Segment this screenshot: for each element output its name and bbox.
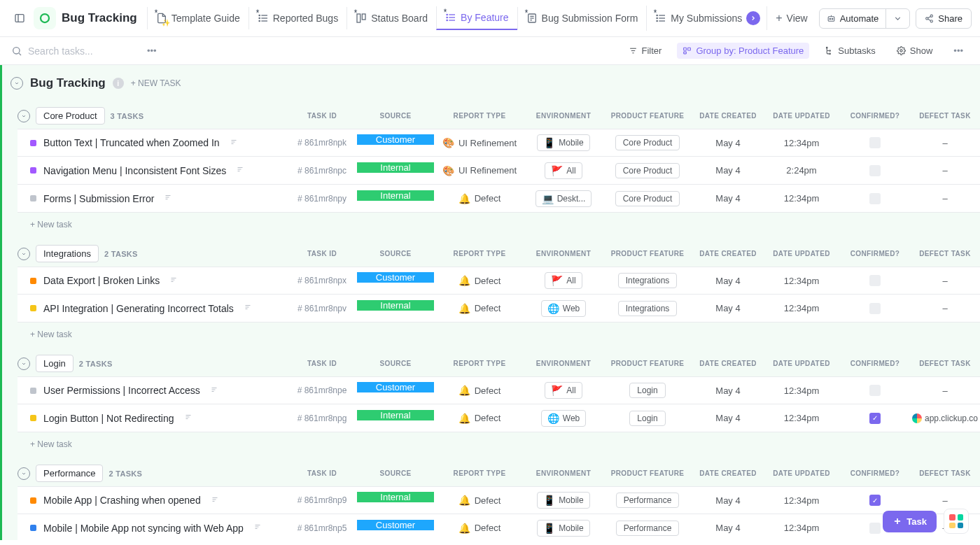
- collapse-all-button[interactable]: [10, 77, 23, 90]
- source-cell[interactable]: Customer: [357, 134, 434, 145]
- col-environment[interactable]: ENVIRONMENT: [525, 250, 602, 257]
- tab-reported-bugs[interactable]: Reported Bugs: [248, 7, 346, 29]
- subtask-icon[interactable]: [164, 193, 172, 204]
- col-defect-task[interactable]: DEFECT TASK: [910, 112, 980, 120]
- source-cell[interactable]: Internal: [357, 492, 434, 502]
- add-view-button[interactable]: + View: [766, 6, 816, 30]
- source-cell[interactable]: Internal: [357, 410, 434, 420]
- col-report-type[interactable]: REPORT TYPE: [434, 250, 525, 257]
- col-defect-task[interactable]: DEFECT TASK: [910, 250, 980, 257]
- subtask-icon[interactable]: [230, 138, 238, 148]
- col-environment[interactable]: ENVIRONMENT: [525, 469, 602, 477]
- tab-bug-submission-form[interactable]: Bug Submission Form: [517, 7, 647, 29]
- task-name-cell[interactable]: Data Export | Broken Links: [18, 269, 287, 292]
- group-name[interactable]: Integrations: [36, 245, 99, 262]
- col-defect-task[interactable]: DEFECT TASK: [910, 469, 980, 477]
- task-name-cell[interactable]: API Integration | Generating Incorrect T…: [18, 297, 287, 320]
- subtask-icon[interactable]: [184, 413, 192, 423]
- new-task-top-button[interactable]: + NEW TASK: [131, 78, 181, 88]
- col-report-type[interactable]: REPORT TYPE: [434, 469, 525, 477]
- tab-status-board[interactable]: Status Board: [346, 7, 436, 29]
- group-collapse-button[interactable]: [18, 467, 30, 480]
- subtask-icon[interactable]: [236, 165, 244, 176]
- col-environment[interactable]: ENVIRONMENT: [525, 360, 602, 367]
- col-task-id[interactable]: TASK ID: [287, 360, 357, 367]
- tab-my-submissions[interactable]: My Submissions: [646, 6, 764, 31]
- col-report-type[interactable]: REPORT TYPE: [434, 112, 525, 120]
- confirmed-checkbox[interactable]: [869, 275, 881, 286]
- col-environment[interactable]: ENVIRONMENT: [525, 112, 602, 120]
- confirmed-checkbox[interactable]: [869, 385, 881, 396]
- task-name-cell[interactable]: Mobile | Mobile App not syncing with Web…: [18, 517, 287, 539]
- source-cell[interactable]: Customer: [357, 272, 434, 283]
- tab-template-guide[interactable]: ✨Template Guide: [147, 7, 248, 29]
- automate-dropdown[interactable]: [886, 9, 909, 28]
- source-cell[interactable]: Internal: [357, 190, 434, 201]
- col-date-updated[interactable]: DATE UPDATED: [763, 250, 840, 257]
- task-row[interactable]: Data Export | Broken Links # 861mr8npx C…: [18, 267, 980, 295]
- col-product-feature[interactable]: PRODUCT FEATURE: [602, 469, 693, 477]
- feature-cell[interactable]: Performance: [602, 520, 693, 537]
- source-cell[interactable]: Internal: [357, 162, 434, 173]
- task-row[interactable]: User Permissions | Incorrect Access # 86…: [18, 376, 980, 404]
- task-row[interactable]: Navigation Menu | Inconsistent Font Size…: [18, 157, 980, 185]
- feature-cell[interactable]: Login: [602, 410, 693, 427]
- feature-cell[interactable]: Integrations: [602, 300, 693, 317]
- col-source[interactable]: SOURCE: [357, 250, 434, 257]
- col-date-created[interactable]: DATE CREATED: [693, 112, 763, 120]
- col-source[interactable]: SOURCE: [357, 360, 434, 367]
- report-type-cell[interactable]: 🔔Defect: [434, 492, 525, 509]
- automate-button[interactable]: Automate: [819, 8, 911, 29]
- info-icon[interactable]: i: [113, 78, 124, 89]
- report-type-cell[interactable]: 🔔Defect: [434, 382, 525, 399]
- group-name[interactable]: Login: [36, 355, 74, 372]
- col-confirmed[interactable]: CONFIRMED?: [840, 250, 910, 257]
- col-confirmed[interactable]: CONFIRMED?: [840, 360, 910, 367]
- task-name-cell[interactable]: Login Button | Not Redirecting: [18, 407, 287, 430]
- sidebar-toggle-button[interactable]: [8, 7, 31, 29]
- task-row[interactable]: Button Text | Truncated when Zoomed In #…: [18, 129, 980, 157]
- col-source[interactable]: SOURCE: [357, 469, 434, 477]
- task-name-cell[interactable]: Mobile App | Crashing when opened: [18, 489, 287, 511]
- share-button[interactable]: Share: [916, 8, 972, 29]
- toolbar-more-button[interactable]: •••: [948, 43, 969, 59]
- tab-next-icon[interactable]: [746, 11, 760, 25]
- col-date-updated[interactable]: DATE UPDATED: [763, 112, 840, 120]
- new-task-inline-button[interactable]: + New task: [18, 432, 292, 455]
- show-button[interactable]: Show: [891, 43, 939, 59]
- feature-cell[interactable]: Core Product: [602, 190, 693, 207]
- feature-cell[interactable]: Core Product: [602, 162, 693, 179]
- task-name-cell[interactable]: Button Text | Truncated when Zoomed In: [18, 132, 287, 154]
- new-task-inline-button[interactable]: + New task: [18, 213, 292, 235]
- fab-task-button[interactable]: Task: [883, 511, 937, 532]
- task-name-cell[interactable]: Navigation Menu | Inconsistent Font Size…: [18, 160, 287, 182]
- environment-cell[interactable]: 📱Mobile: [525, 492, 602, 509]
- report-type-cell[interactable]: 🔔Defect: [434, 410, 525, 427]
- task-name-cell[interactable]: User Permissions | Incorrect Access: [18, 379, 287, 402]
- group-collapse-button[interactable]: [18, 358, 30, 370]
- source-cell[interactable]: Internal: [357, 300, 434, 311]
- environment-cell[interactable]: 📱Mobile: [525, 134, 602, 151]
- col-product-feature[interactable]: PRODUCT FEATURE: [602, 250, 693, 257]
- task-row[interactable]: Mobile App | Crashing when opened # 861m…: [18, 486, 980, 514]
- col-product-feature[interactable]: PRODUCT FEATURE: [602, 112, 693, 120]
- search-more-button[interactable]: •••: [141, 43, 162, 59]
- col-confirmed[interactable]: CONFIRMED?: [840, 469, 910, 477]
- report-type-cell[interactable]: 🎨UI Refinement: [434, 134, 525, 151]
- environment-cell[interactable]: 🌐Web: [525, 300, 602, 317]
- group-collapse-button[interactable]: [18, 110, 30, 122]
- col-date-updated[interactable]: DATE UPDATED: [763, 469, 840, 477]
- fab-apps-button[interactable]: [944, 509, 969, 534]
- col-report-type[interactable]: REPORT TYPE: [434, 360, 525, 367]
- subtask-icon[interactable]: [244, 303, 252, 313]
- col-date-updated[interactable]: DATE UPDATED: [763, 360, 840, 367]
- filter-button[interactable]: Filter: [623, 43, 668, 59]
- subtasks-button[interactable]: Subtasks: [819, 43, 881, 59]
- defect-task-link[interactable]: app.clickup.co: [912, 413, 978, 423]
- feature-cell[interactable]: Integrations: [602, 272, 693, 289]
- subtask-icon[interactable]: [169, 276, 178, 286]
- feature-cell[interactable]: Login: [602, 382, 693, 399]
- report-type-cell[interactable]: 🔔Defect: [434, 272, 525, 289]
- col-date-created[interactable]: DATE CREATED: [693, 469, 763, 477]
- environment-cell[interactable]: 💻Deskt...: [525, 190, 602, 207]
